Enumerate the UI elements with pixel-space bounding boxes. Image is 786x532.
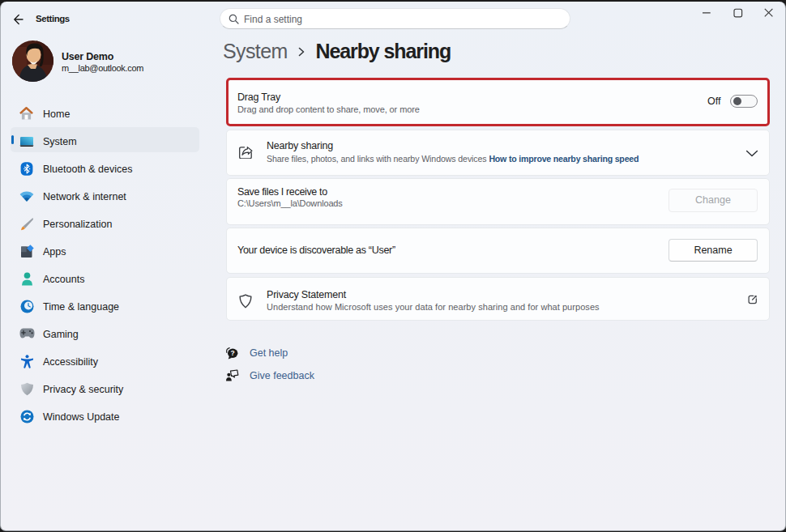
svg-text:?: ? xyxy=(231,349,235,357)
